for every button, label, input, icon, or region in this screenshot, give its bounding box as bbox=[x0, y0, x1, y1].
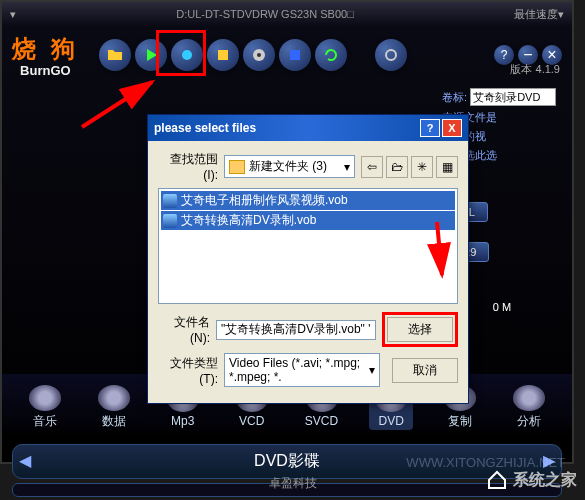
logo-text-cn: 烧 狗 bbox=[12, 33, 79, 65]
file-item[interactable]: 艾奇转换高清DV录制.vob bbox=[161, 211, 455, 230]
nav-label: SVCD bbox=[305, 414, 338, 428]
refresh-button[interactable] bbox=[315, 39, 347, 71]
mode-prev-icon[interactable]: ◀ bbox=[19, 451, 31, 470]
version-label: 版本 4.1.9 bbox=[510, 62, 560, 77]
open-select-button[interactable]: 选择 bbox=[387, 317, 453, 342]
svg-line-7 bbox=[437, 222, 442, 275]
svg-rect-4 bbox=[290, 50, 300, 60]
up-folder-button[interactable]: ⇦ bbox=[361, 156, 383, 178]
house-icon bbox=[485, 468, 509, 492]
nav-item-音乐[interactable]: 音乐 bbox=[23, 383, 67, 432]
file-item-label: 艾奇转换高清DV录制.vob bbox=[181, 212, 316, 229]
save-button[interactable] bbox=[279, 39, 311, 71]
annotation-highlight-1 bbox=[156, 30, 206, 76]
dialog-close-button[interactable]: X bbox=[442, 119, 462, 137]
watermark-text: 系统之家 bbox=[513, 470, 577, 491]
dialog-help-button[interactable]: ? bbox=[420, 119, 440, 137]
nav-label: Mp3 bbox=[171, 414, 194, 428]
nav-label: DVD bbox=[379, 414, 404, 428]
filetype-label: 文件类型(T): bbox=[158, 355, 218, 386]
watermark: 系统之家 bbox=[485, 468, 577, 492]
app-logo: 烧 狗 BurnGO bbox=[12, 33, 79, 78]
settings-button[interactable] bbox=[375, 39, 407, 71]
new-folder-button[interactable]: ✳ bbox=[411, 156, 433, 178]
up-level-button[interactable]: 🗁 bbox=[386, 156, 408, 178]
filetype-value: Video Files (*.avi; *.mpg; *.mpeg; *. bbox=[229, 356, 369, 384]
svg-point-5 bbox=[386, 50, 396, 60]
file-item[interactable]: 艾奇电子相册制作风景视频.vob bbox=[161, 191, 455, 210]
cancel-button[interactable]: 取消 bbox=[392, 358, 458, 383]
annotation-arrow-2 bbox=[417, 217, 457, 287]
company-text: 卓盈科技 bbox=[269, 475, 317, 492]
svg-point-3 bbox=[257, 53, 261, 57]
volume-label: 卷标: bbox=[442, 91, 467, 103]
speed-dropdown-icon[interactable]: ▾ bbox=[558, 8, 564, 21]
video-file-icon bbox=[163, 194, 177, 208]
filename-input[interactable] bbox=[216, 320, 376, 340]
nav-label: 数据 bbox=[102, 413, 126, 430]
speed-label[interactable]: 最佳速度 bbox=[514, 7, 558, 22]
nav-label: 复制 bbox=[448, 413, 472, 430]
file-list[interactable]: 艾奇电子相册制作风景视频.vob 艾奇转换高清DV录制.vob bbox=[158, 188, 458, 304]
svg-line-6 bbox=[82, 82, 152, 127]
tool2-button[interactable] bbox=[207, 39, 239, 71]
nav-item-数据[interactable]: 数据 bbox=[92, 383, 136, 432]
dialog-title: please select files bbox=[154, 121, 418, 135]
nav-item-分析[interactable]: 分析 bbox=[507, 383, 551, 432]
svg-rect-1 bbox=[218, 50, 228, 60]
filename-label: 文件名(N): bbox=[158, 314, 210, 345]
disc-button[interactable] bbox=[243, 39, 275, 71]
combo-dropdown-icon[interactable]: ▾ bbox=[344, 160, 350, 174]
nav-icon bbox=[98, 385, 130, 411]
lookin-combo[interactable]: 新建文件夹 (3) ▾ bbox=[224, 155, 355, 178]
nav-label: 分析 bbox=[517, 413, 541, 430]
mode-label: DVD影碟 bbox=[254, 452, 320, 469]
view-menu-button[interactable]: ▦ bbox=[436, 156, 458, 178]
filetype-combo[interactable]: Video Files (*.avi; *.mpg; *.mpeg; *.▾ bbox=[224, 353, 380, 387]
annotation-highlight-2: 选择 bbox=[382, 312, 458, 347]
drive-info: D:UL-DT-STDVDRW GS23N SB00□ bbox=[16, 8, 514, 20]
nav-icon bbox=[513, 385, 545, 411]
combo-dropdown-icon[interactable]: ▾ bbox=[369, 363, 375, 377]
folder-icon bbox=[229, 160, 245, 174]
nav-label: VCD bbox=[239, 414, 264, 428]
nav-icon bbox=[29, 385, 61, 411]
file-item-label: 艾奇电子相册制作风景视频.vob bbox=[181, 192, 348, 209]
nav-label: 音乐 bbox=[33, 413, 57, 430]
lookin-folder: 新建文件夹 (3) bbox=[249, 158, 327, 175]
volume-input[interactable] bbox=[470, 88, 556, 106]
video-file-icon bbox=[163, 214, 177, 228]
logo-text-en: BurnGO bbox=[20, 63, 71, 78]
lookin-label: 查找范围(I): bbox=[158, 151, 218, 182]
open-folder-button[interactable] bbox=[99, 39, 131, 71]
